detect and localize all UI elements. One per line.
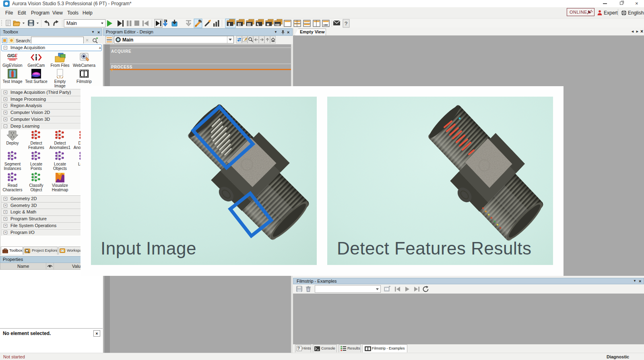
svg-text:Main: Main	[66, 21, 77, 26]
svg-text:HMI: HMI	[324, 24, 328, 26]
svg-text:?: ?	[345, 21, 347, 27]
svg-text:?: ?	[297, 346, 300, 351]
svg-text:✱: ✱	[266, 23, 270, 27]
svg-text:GIGE: GIGE	[7, 54, 17, 58]
svg-text:HMI: HMI	[275, 23, 280, 26]
